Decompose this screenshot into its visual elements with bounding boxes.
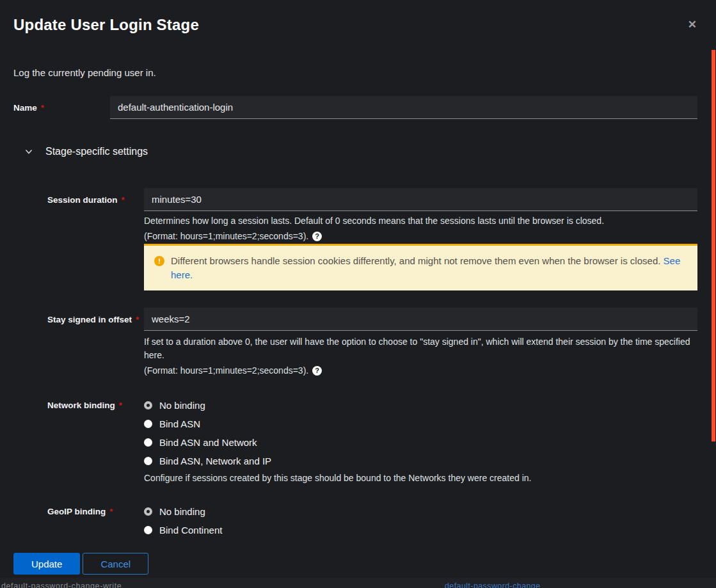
- radio-unselected-icon[interactable]: [144, 457, 152, 465]
- geoip-binding-control: No binding Bind Continent: [144, 502, 697, 539]
- session-duration-format-hint: (Format: hours=1;minutes=2;seconds=3). ?: [144, 231, 697, 241]
- update-button[interactable]: Update: [13, 553, 80, 575]
- name-field-row: Name*: [13, 96, 697, 119]
- update-user-login-stage-modal: Update User Login Stage ✕ Log the curren…: [0, 0, 716, 578]
- session-duration-control: Determines how long a session lasts. Def…: [144, 188, 697, 290]
- geoip-binding-row: GeoIP binding* No binding Bind Continent: [47, 502, 697, 539]
- radio-label: Bind Continent: [159, 525, 222, 536]
- question-circle-icon[interactable]: ?: [312, 366, 322, 376]
- stage-specific-settings-expander[interactable]: Stage-specific settings: [24, 143, 697, 160]
- required-asterisk: *: [41, 103, 44, 113]
- stay-signed-in-offset-control: If set to a duration above 0, the user w…: [144, 308, 697, 376]
- warning-text-body: Different browsers handle session cookie…: [171, 255, 664, 266]
- radio-selected-icon[interactable]: [144, 507, 152, 516]
- stay-signed-in-offset-label: Stay signed in offset*: [47, 308, 144, 326]
- name-label: Name*: [13, 96, 110, 114]
- exclamation-circle-icon: !: [154, 256, 164, 266]
- cancel-button[interactable]: Cancel: [83, 553, 148, 575]
- radio-option-bind-asn-network[interactable]: Bind ASN and Network: [144, 433, 697, 452]
- page-title: Update User Login Stage: [13, 15, 697, 34]
- session-duration-label-text: Session duration: [47, 195, 118, 205]
- background-page-content: default-password-change-write default-pa…: [0, 578, 716, 588]
- network-binding-control: No binding Bind ASN Bind ASN and Network…: [144, 396, 697, 483]
- geoip-binding-label: GeoIP binding*: [47, 502, 144, 518]
- network-binding-row: Network binding* No binding Bind ASN Bin…: [47, 396, 697, 483]
- stay-signed-in-offset-format-hint: (Format: hours=1;minutes=2;seconds=3). ?: [144, 365, 697, 376]
- required-asterisk: *: [136, 315, 139, 324]
- radio-unselected-icon[interactable]: [144, 526, 152, 534]
- radio-selected-icon[interactable]: [144, 401, 152, 409]
- session-cookie-warning-alert: ! Different browsers handle session cook…: [144, 244, 697, 290]
- required-asterisk: *: [122, 195, 125, 205]
- radio-option-bind-asn-network-ip[interactable]: Bind ASN, Network and IP: [144, 452, 697, 470]
- scrollbar[interactable]: [712, 50, 715, 441]
- session-duration-help: Determines how long a session lasts. Def…: [144, 216, 697, 226]
- network-binding-label: Network binding*: [47, 396, 144, 411]
- network-binding-help: Configure if sessions created by this st…: [144, 473, 697, 483]
- geoip-binding-label-text: GeoIP binding: [47, 507, 106, 516]
- stage-description: Log the currently pending user in.: [13, 67, 697, 79]
- stay-signed-in-offset-row: Stay signed in offset* If set to a durat…: [47, 308, 697, 376]
- stay-signed-in-offset-input[interactable]: [144, 308, 697, 331]
- section-header-label: Stage-specific settings: [45, 146, 148, 157]
- format-hint-text: (Format: hours=1;minutes=2;seconds=3).: [144, 231, 308, 241]
- radio-option-no-binding[interactable]: No binding: [144, 396, 697, 415]
- radio-label: No binding: [159, 400, 205, 411]
- chevron-down-icon: [24, 147, 33, 156]
- required-asterisk: *: [119, 401, 122, 410]
- stage-specific-settings-group: Session duration* Determines how long a …: [13, 188, 697, 539]
- radio-label: Bind ASN and Network: [159, 437, 257, 448]
- close-icon[interactable]: ✕: [688, 19, 697, 30]
- warning-text: Different browsers handle session cookie…: [171, 254, 687, 282]
- radio-option-no-binding[interactable]: No binding: [144, 502, 697, 521]
- radio-label: Bind ASN, Network and IP: [159, 456, 271, 466]
- stay-signed-in-offset-label-text: Stay signed in offset: [47, 315, 132, 324]
- session-duration-row: Session duration* Determines how long a …: [47, 188, 697, 290]
- session-duration-input[interactable]: [144, 188, 697, 211]
- name-input[interactable]: [110, 96, 697, 119]
- session-duration-label: Session duration*: [47, 188, 144, 206]
- radio-option-bind-asn[interactable]: Bind ASN: [144, 415, 697, 433]
- background-stage-name: default-password-change-write: [1, 582, 122, 588]
- question-circle-icon[interactable]: ?: [312, 232, 322, 241]
- radio-unselected-icon[interactable]: [144, 438, 152, 447]
- radio-label: Bind ASN: [159, 418, 200, 429]
- background-flow-link: default-password-change: [445, 582, 541, 588]
- radio-unselected-icon[interactable]: [144, 420, 152, 428]
- network-binding-label-text: Network binding: [47, 401, 115, 410]
- format-hint-text: (Format: hours=1;minutes=2;seconds=3).: [144, 365, 308, 376]
- stay-signed-in-offset-help: If set to a duration above 0, the user w…: [144, 335, 697, 362]
- required-asterisk: *: [109, 507, 113, 516]
- name-label-text: Name: [13, 103, 37, 113]
- modal-footer: Update Cancel: [0, 553, 716, 575]
- radio-option-bind-continent[interactable]: Bind Continent: [144, 521, 697, 539]
- radio-label: No binding: [159, 506, 205, 517]
